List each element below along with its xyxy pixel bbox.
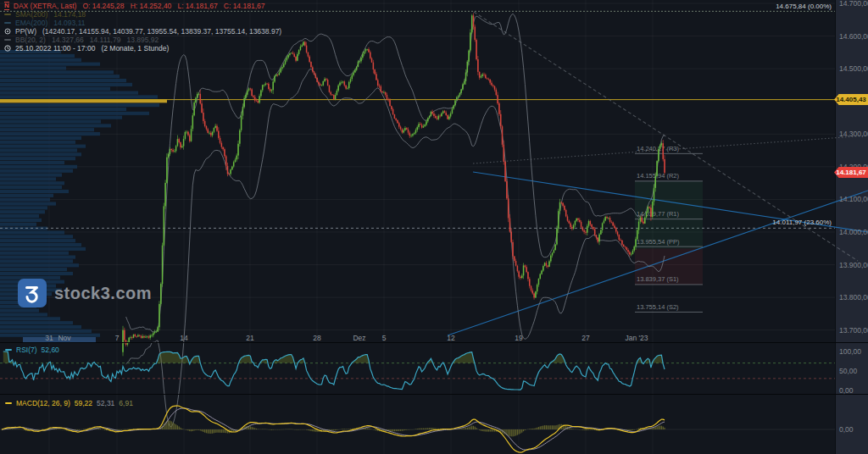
rsi-legend[interactable]: RSI(7) 52,60: [5, 346, 59, 354]
candle: [172, 150, 174, 152]
macd-histogram-bar: [221, 429, 222, 433]
macd-histogram-bar: [492, 429, 493, 432]
macd-histogram-bar: [471, 426, 472, 429]
news-icon[interactable]: N: [4, 2, 9, 10]
macd-histogram-bar: [309, 429, 310, 430]
macd-histogram-bar: [16, 429, 17, 429]
candle: [193, 102, 195, 115]
volume-profile-row: [0, 161, 64, 164]
candle: [542, 266, 544, 270]
macd-histogram-bar: [367, 428, 368, 429]
x-axis-label: 31: [45, 334, 53, 342]
price-tick-label[interactable]: 14.500,00: [839, 64, 868, 73]
candle: [643, 222, 644, 224]
price-tick-label[interactable]: 14.600,00: [839, 32, 868, 41]
candle: [283, 64, 285, 68]
macd-histogram-bar: [656, 427, 657, 429]
candle: [504, 145, 505, 162]
price-tick-label[interactable]: 14.300,00: [839, 130, 868, 138]
candle: [287, 58, 288, 60]
candle: [348, 82, 350, 88]
x-axis-label: Dez: [353, 334, 365, 342]
candle: [481, 76, 482, 78]
candle: [509, 218, 511, 231]
macd-histogram-bar: [652, 428, 653, 429]
volume-profile-row: [0, 141, 75, 144]
candle: [330, 92, 331, 95]
macd-histogram-bar: [588, 429, 589, 430]
candle: [266, 84, 268, 85]
macd-histogram-bar: [218, 429, 219, 433]
candle: [145, 337, 147, 338]
macd-histogram-bar: [306, 429, 307, 430]
legend-row-ema[interactable]: EMA(200) 14.093,11: [4, 19, 281, 27]
price-tick-label[interactable]: 13.800,00: [839, 293, 868, 302]
candle: [662, 143, 664, 159]
macd-histogram-bar: [421, 429, 422, 429]
macd-histogram-bar: [120, 429, 120, 430]
candle: [370, 53, 371, 58]
candle: [360, 58, 362, 61]
candle: [596, 235, 598, 237]
macd-histogram-bar: [515, 429, 516, 435]
price-tick-label[interactable]: 13.900,00: [839, 261, 868, 269]
price-tick-label[interactable]: 13.700,00: [839, 326, 868, 335]
macd-value-main: 59,22: [75, 399, 92, 407]
candle: [470, 32, 471, 50]
x-axis-label: 7: [115, 334, 120, 342]
candle: [353, 73, 354, 75]
ema-value: 14.093,11: [53, 19, 85, 27]
volume-profile-row: [0, 112, 149, 115]
macd-legend[interactable]: MACD(12, 26, 9) 59,22 52,31 6,91: [5, 399, 133, 407]
macd-histogram-bar: [658, 426, 659, 429]
candle: [143, 336, 145, 337]
candle: [548, 261, 550, 266]
candle: [500, 114, 502, 126]
legend-row-pivot[interactable]: PP(W) (14240.17, 14155.94, 14039.77, 139…: [4, 27, 281, 36]
candle: [265, 84, 267, 86]
legend-row-sma[interactable]: SMA(200) 14.174,18: [4, 10, 281, 19]
macd-histogram-bar: [368, 429, 369, 429]
candle: [347, 88, 348, 89]
candle: [166, 158, 168, 183]
macd-histogram-bar: [237, 429, 238, 430]
x-axis-label: 5: [382, 334, 387, 342]
candle: [410, 136, 412, 136]
candle: [309, 57, 310, 62]
pivot-label: 14.155,94 (R2): [637, 172, 680, 180]
price-tick-label[interactable]: 14.700,00: [839, 0, 868, 8]
candle: [479, 72, 481, 78]
candle: [157, 327, 159, 331]
volume-profile-row: [0, 185, 62, 189]
candle: [268, 84, 270, 89]
candle: [354, 70, 356, 73]
price-tick-label[interactable]: 14.100,00: [839, 195, 868, 203]
price-tick-label[interactable]: 14.000,00: [839, 228, 868, 236]
macd-histogram-bar: [104, 429, 105, 430]
candle: [241, 116, 242, 130]
candle: [318, 82, 320, 85]
macd-histogram-bar: [585, 429, 586, 430]
candle: [206, 126, 208, 130]
macd-histogram-bar: [584, 429, 585, 430]
candle: [137, 335, 139, 337]
legend-row-instrument[interactable]: N DAX (XETRA, Last) O: 14.245,28 H: 14.2…: [4, 2, 281, 10]
candle: [656, 161, 658, 176]
macd-histogram-bar: [375, 429, 376, 430]
chart-canvas[interactable]: 14.240,17 (R3)14.155,94 (R2)14.039,77 (R…: [0, 0, 868, 454]
macd-histogram-bar: [517, 429, 518, 435]
time-label: 25.10.2022 11:00 - 17:00: [15, 44, 95, 53]
candle: [504, 162, 506, 181]
volume-profile-row: [0, 87, 110, 91]
candle: [301, 45, 303, 46]
alert-price-tag[interactable]: 14.405,43: [834, 94, 868, 105]
candle: [579, 220, 581, 222]
pp-label: PP(W): [15, 27, 36, 36]
macd-histogram-bar: [655, 427, 656, 429]
candle: [295, 57, 297, 61]
macd-histogram-bar: [273, 429, 274, 430]
sma-label: SMA(200): [15, 10, 47, 19]
macd-histogram-bar: [186, 429, 187, 430]
legend-row-bollinger[interactable]: BB(20, 2) 14.327,66 14.111,79 13.895,92: [4, 36, 281, 44]
legend-row-timerange[interactable]: 25.10.2022 11:00 - 17:00 (2 Monate, 1 St…: [4, 44, 281, 53]
